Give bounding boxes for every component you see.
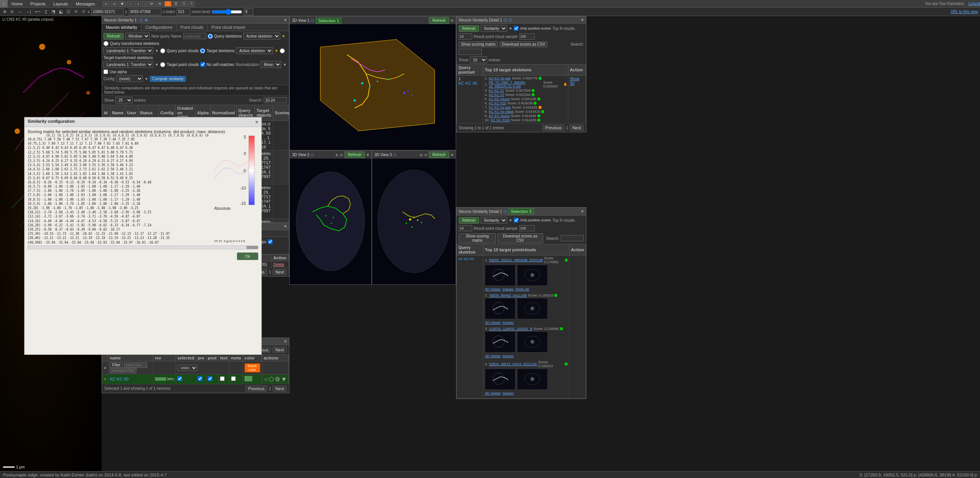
result-cloud-input[interactable] [519, 33, 535, 40]
query-type-select[interactable]: Active skeleton [243, 33, 280, 40]
target-skeleton-type-select[interactable]: Active skeleton [236, 47, 273, 54]
detail2-refresh-button[interactable]: Refresh [459, 217, 479, 224]
action-icon-3[interactable]: ⚙ [275, 376, 280, 383]
menu-projects[interactable]: Projects [26, 1, 49, 7]
zoom-value[interactable] [244, 8, 253, 15]
sel-row-color[interactable] [243, 374, 262, 384]
toolbar-icon-10[interactable]: ☰ [172, 1, 179, 7]
sel-row-text[interactable] [218, 374, 230, 384]
batch-color-button[interactable]: Batch color [245, 363, 260, 373]
target-skeletons-radio[interactable] [200, 48, 205, 53]
toolbar-icon-1[interactable]: ↩ [103, 1, 110, 7]
toolbar-icon-9[interactable]: ⬡ [164, 1, 171, 7]
detail2-cloud-input[interactable] [519, 225, 535, 231]
nav-icon-6[interactable]: Σ [44, 10, 49, 14]
ns-view-select[interactable]: Window [125, 33, 150, 40]
query-transformed-radio[interactable] [103, 41, 108, 46]
target-point-clouds-radio[interactable] [160, 62, 165, 67]
landmarks-close-button[interactable]: × [284, 224, 287, 229]
z-input[interactable] [177, 8, 190, 15]
sel-row-del[interactable]: × [102, 374, 108, 384]
detail1-next-button[interactable]: Next [570, 125, 584, 131]
view2-icon[interactable]: ⬡ [311, 153, 314, 157]
view2-close-button[interactable]: × [366, 152, 369, 158]
toolbar-icon-12[interactable]: ? [189, 1, 194, 7]
filter-button[interactable]: Filter [110, 362, 123, 368]
toolbar-icon-6[interactable]: - [142, 1, 147, 7]
selection-close-button[interactable]: × [284, 339, 287, 344]
menu-messages[interactable]: Messages [72, 1, 99, 7]
d1-action-cell[interactable]: Show 3D [568, 76, 586, 124]
show-landmark-layers-check[interactable] [268, 239, 272, 244]
ok-button[interactable]: Ok [237, 252, 258, 260]
zoom-slider[interactable] [212, 9, 242, 15]
detail1-icon1[interactable]: ⬡ [504, 18, 507, 22]
top-n-input[interactable] [459, 33, 472, 40]
landmarks1-select[interactable]: Landmarks 1: Transform 1 [103, 47, 153, 54]
view3-close-button[interactable]: × [451, 152, 453, 158]
checkbox-icon[interactable]: ☑ [66, 9, 72, 14]
spinner-icon[interactable]: ⟳ [73, 9, 79, 14]
reset-icon[interactable]: ↺ [80, 9, 86, 14]
sel-next-button-bottom[interactable]: Next [272, 386, 287, 392]
action-icon-2[interactable]: ⬡ [269, 376, 274, 383]
target-transformed-radio[interactable] [280, 48, 285, 53]
toolbar-icon-3[interactable]: ✚ [119, 1, 126, 7]
no-self-matches-check[interactable] [200, 62, 205, 67]
view1-close-button[interactable]: × [451, 18, 453, 23]
detail1-icon2[interactable]: ⬡ [509, 18, 512, 22]
detail2-search-input[interactable] [561, 235, 584, 241]
use-alpha-check[interactable] [103, 69, 108, 74]
detail1-show-select[interactable]: 10 [470, 56, 487, 63]
show-scoring-matrix-button[interactable]: Show scoring matrix [459, 41, 498, 47]
sel-row-pre[interactable] [196, 374, 206, 384]
config-select[interactable]: (none) [116, 75, 143, 82]
action-icon-4[interactable]: ▼ [281, 376, 287, 383]
detail2-download-button[interactable]: Download scores as CSV [497, 233, 543, 243]
view3-controls2[interactable]: ⊖ [424, 153, 427, 157]
tab-point-cloud-import[interactable]: Point cloud import [208, 24, 249, 31]
tab-point-clouds[interactable]: Point clouds [177, 24, 208, 31]
detail2-close-button[interactable]: × [581, 209, 584, 214]
sel-next-button-top[interactable]: Next [272, 347, 287, 353]
nav-icon-4[interactable]: →| [25, 10, 32, 14]
nav-icon-3[interactable]: ↔ [16, 10, 23, 14]
compute-similarity-button[interactable]: Compute similarity [150, 76, 186, 82]
ns-expand-icon[interactable]: ⬡ [140, 18, 143, 22]
view2-controls[interactable]: ⊕ [335, 153, 338, 157]
view1-icon[interactable]: ⬡ [311, 18, 314, 23]
sel-row-post[interactable] [206, 374, 218, 384]
ns-refresh-button[interactable]: Refresh [103, 33, 124, 40]
detail2-scoring-matrix-button[interactable]: Show scoring matrix [459, 233, 496, 243]
config-modal-close[interactable]: × [255, 119, 258, 125]
nav-icon-7[interactable]: ⬔ [50, 9, 56, 14]
only-positive-check[interactable] [514, 26, 519, 31]
detail1-prev-button[interactable]: Previous [542, 125, 564, 131]
ns-close-button[interactable]: × [284, 17, 287, 23]
toolbar-icon-5[interactable]: + [135, 1, 141, 7]
normalization-select[interactable]: Mean [261, 61, 281, 68]
detail2-icon1[interactable]: ⬡ [504, 209, 507, 214]
view2-refresh-button[interactable]: Refresh [345, 152, 365, 158]
nav-icon-1[interactable]: ⊕ [2, 9, 8, 14]
toolbar-icon-2[interactable]: ↪ [111, 1, 118, 7]
menu-layouts[interactable]: Layouts [49, 1, 72, 7]
search-input[interactable] [264, 97, 287, 103]
download-scores-button[interactable]: Download scores as CSV [499, 41, 547, 47]
detail1-refresh-button[interactable]: Refresh [459, 25, 479, 32]
detail2-similarity-select[interactable]: Similarity [481, 217, 507, 224]
detail2-only-positive-check[interactable] [514, 218, 519, 223]
toolbar-icon-8[interactable]: ⟲ [156, 1, 163, 7]
y-input[interactable] [129, 8, 161, 15]
view2-controls2[interactable]: ⊖ [340, 153, 343, 157]
name-filter-input[interactable] [124, 363, 147, 368]
menu-home[interactable]: Home [8, 1, 26, 7]
sel-prev-button-bottom[interactable]: Previous [245, 386, 267, 392]
detail2-top-n-input[interactable] [459, 225, 472, 231]
modal-scrollbar[interactable] [28, 246, 258, 249]
toolbar-icon-11[interactable]: ⎔ [181, 1, 187, 7]
show-entries-select[interactable]: 25 [115, 97, 133, 104]
annotation-filter-input[interactable] [110, 368, 136, 373]
filter-name-cell[interactable]: Filter [108, 361, 153, 374]
union-select[interactable]: Union [177, 365, 197, 371]
